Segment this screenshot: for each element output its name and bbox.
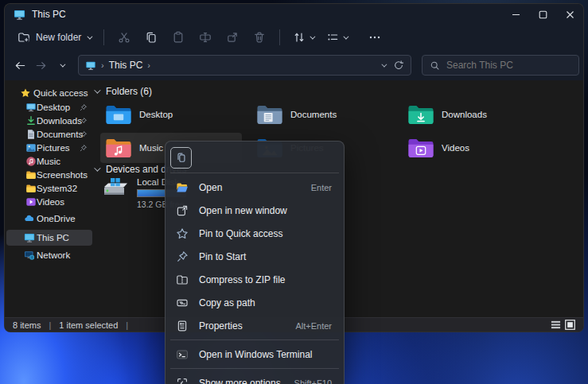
copy-button[interactable] (138, 27, 165, 48)
folders-section-label: Folders (6) (106, 86, 152, 97)
maximize-button[interactable] (529, 4, 556, 25)
window-title: This PC (32, 9, 66, 20)
paste-button[interactable] (165, 27, 192, 48)
selection-count: 1 item selected (59, 320, 118, 330)
folders-section-header[interactable]: Folders (6) (94, 86, 152, 97)
video-icon (25, 196, 37, 208)
toolbar-divider (279, 29, 280, 45)
new-folder-button[interactable]: New folder (11, 27, 97, 48)
sidebar-item-label: Pictures (37, 143, 70, 153)
sidebar-item-quick-access[interactable]: Quick access (6, 86, 92, 100)
menu-shortcut: Shift+F10 (294, 378, 332, 384)
menu-item-pin-to-start[interactable]: Pin to Start (169, 245, 341, 268)
toolbar-divider (103, 29, 104, 45)
context-menu-quick-actions (169, 145, 341, 170)
menu-item-compress-zip[interactable]: Compress to ZIP file (169, 268, 341, 291)
star-icon (20, 87, 31, 99)
titlebar[interactable]: This PC (5, 4, 583, 25)
pushpin-icon (176, 250, 189, 263)
music-folder-icon (105, 137, 132, 160)
menu-separator (170, 173, 339, 173)
sidebar-item-downloads[interactable]: Downloads (6, 114, 92, 128)
folder-tile-desktop[interactable]: Desktop (100, 99, 242, 130)
details-view-icon[interactable] (551, 320, 561, 330)
folder-icon (25, 183, 37, 194)
view-icon (326, 31, 339, 44)
recent-locations-button[interactable] (51, 55, 72, 76)
tile-label: Downloads (442, 110, 487, 119)
sidebar-item-documents[interactable]: Documents (6, 127, 92, 142)
minimize-button[interactable] (502, 4, 529, 25)
delete-button[interactable] (246, 27, 273, 48)
cut-button[interactable] (111, 27, 138, 48)
terminal-icon (176, 348, 189, 361)
breadcrumb-location[interactable]: This PC (109, 60, 143, 71)
menu-item-open[interactable]: Open Enter (169, 176, 341, 199)
search-input[interactable] (446, 60, 566, 71)
folder-tile-downloads[interactable]: Downloads (403, 99, 544, 130)
sort-button[interactable] (286, 27, 320, 48)
copy-quick-action-button[interactable] (170, 147, 192, 169)
zip-folder-icon (176, 273, 189, 286)
sidebar-item-label: OneDrive (37, 214, 76, 223)
new-folder-icon (18, 31, 30, 44)
sidebar-item-desktop[interactable]: Desktop (6, 100, 92, 114)
close-button[interactable] (556, 4, 583, 25)
sidebar-item-network[interactable]: Network (6, 248, 92, 262)
sidebar-item-videos[interactable]: Videos (6, 195, 92, 209)
pin-icon (79, 103, 88, 112)
back-button[interactable] (10, 55, 30, 76)
this-pc-icon (85, 60, 96, 71)
context-menu: Open Enter Open in new window Pin to Qui… (165, 141, 345, 384)
navigation-pane: Quick access Desktop Downloads Documents (5, 80, 94, 319)
rename-button[interactable] (192, 27, 219, 48)
this-pc-icon (14, 9, 25, 21)
refresh-icon[interactable] (393, 60, 404, 71)
menu-item-properties[interactable]: Properties Alt+Enter (169, 314, 341, 337)
sidebar-item-label: Downloads (37, 116, 82, 126)
tile-label: Videos (442, 143, 469, 153)
status-divider: | (126, 320, 128, 330)
folder-tile-videos[interactable]: Videos (403, 133, 544, 163)
sidebar-item-this-pc[interactable]: This PC (6, 230, 92, 246)
address-row: › This PC › (5, 50, 583, 80)
pin-icon (79, 144, 88, 153)
menu-item-pin-quick-access[interactable]: Pin to Quick access (169, 222, 341, 245)
properties-icon (176, 320, 189, 332)
sidebar-item-onedrive[interactable]: OneDrive (6, 211, 92, 226)
sidebar-item-label: Music (37, 157, 60, 166)
search-box[interactable] (422, 55, 579, 76)
sidebar-item-label: Network (37, 250, 70, 260)
menu-item-open-terminal[interactable]: Open in Windows Terminal (169, 343, 341, 366)
address-bar[interactable]: › This PC › (78, 55, 411, 76)
large-icons-view-icon[interactable] (565, 320, 575, 330)
sidebar-item-label: Videos (37, 197, 64, 207)
menu-item-label: Copy as path (199, 297, 332, 308)
sidebar-item-label: Quick access (33, 88, 88, 98)
folder-tile-documents[interactable]: Documents (251, 99, 393, 130)
collapse-chevron-icon[interactable] (94, 87, 100, 93)
screen: This PC New folder (0, 0, 588, 384)
menu-item-label: Open (199, 182, 311, 193)
sidebar-item-pictures[interactable]: Pictures (6, 141, 92, 155)
command-bar: New folder (5, 25, 583, 50)
forward-button[interactable] (30, 55, 51, 76)
tile-label: Desktop (139, 110, 173, 119)
collapse-chevron-icon[interactable] (94, 165, 100, 171)
menu-separator (170, 368, 339, 369)
sidebar-item-music[interactable]: Music (6, 154, 92, 169)
download-icon (25, 115, 37, 126)
menu-item-label: Show more options (199, 378, 294, 384)
sidebar-item-label: Desktop (37, 103, 70, 112)
address-dropdown-icon[interactable] (381, 61, 387, 67)
desktop-folder-icon (105, 103, 132, 126)
sidebar-item-screenshots[interactable]: Screenshots (6, 168, 92, 182)
menu-item-open-new-window[interactable]: Open in new window (169, 199, 341, 222)
see-more-button[interactable] (361, 27, 388, 48)
menu-item-copy-as-path[interactable]: Copy as path (169, 291, 341, 314)
share-button[interactable] (219, 27, 246, 48)
menu-shortcut: Alt+Enter (295, 321, 332, 331)
menu-item-show-more-options[interactable]: Show more options Shift+F10 (169, 371, 341, 384)
view-button[interactable] (320, 27, 353, 48)
sidebar-item-system32[interactable]: System32 (6, 181, 92, 196)
